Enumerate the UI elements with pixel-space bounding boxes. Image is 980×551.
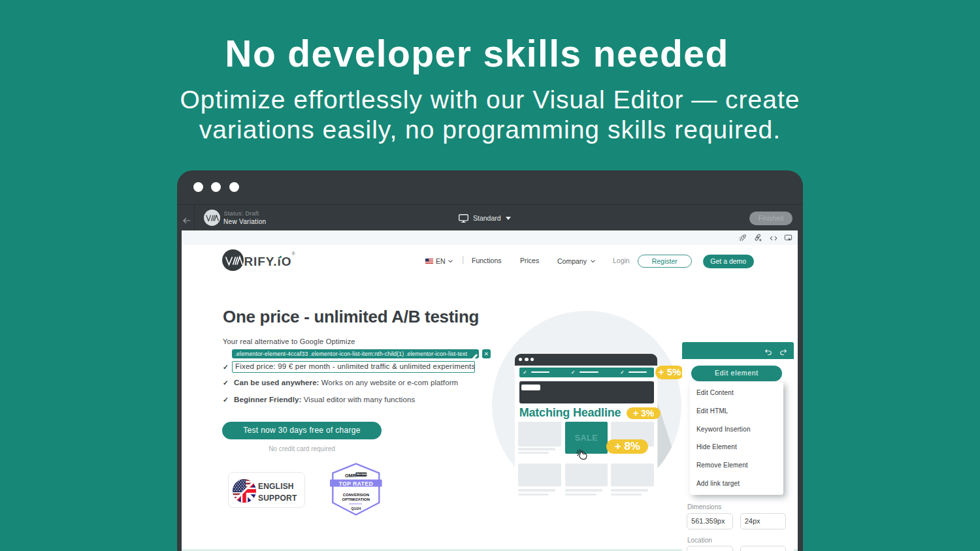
svg-text:OMR: OMR <box>345 473 357 479</box>
svg-text:REVIEWS: REVIEWS <box>357 473 368 476</box>
svg-text:TOP RATED: TOP RATED <box>339 480 374 487</box>
svg-text:CONVERSION: CONVERSION <box>343 493 369 497</box>
svg-text:Q1/24: Q1/24 <box>351 507 361 511</box>
svg-text:OPTIMIZATION: OPTIMIZATION <box>342 497 370 501</box>
